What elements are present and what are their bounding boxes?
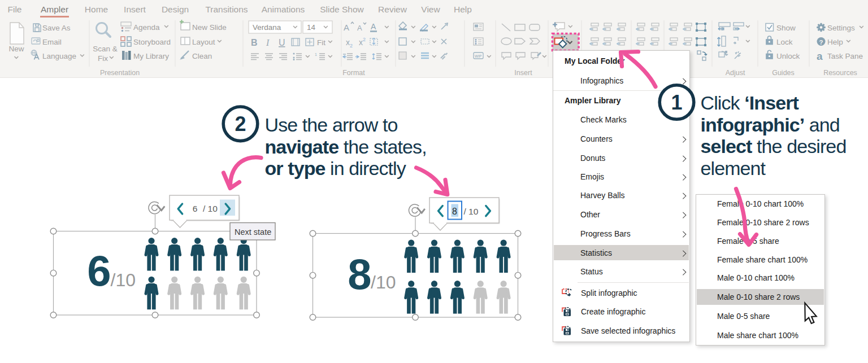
svg-text:1: 1 — [671, 91, 682, 114]
svg-text:2: 2 — [235, 112, 246, 135]
